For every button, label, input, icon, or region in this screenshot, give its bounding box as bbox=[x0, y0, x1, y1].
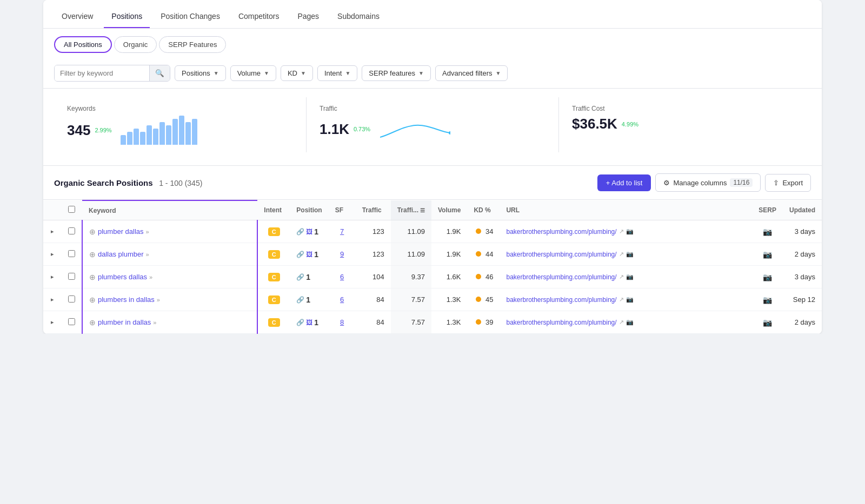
row-checkbox[interactable] bbox=[68, 273, 75, 280]
keyword-link[interactable]: ⊕ plumbers dallas » bbox=[89, 273, 250, 281]
export-button[interactable]: ⇧ Export bbox=[765, 174, 811, 192]
keywords-value: 345 bbox=[67, 122, 90, 139]
camera-icon: 📷 bbox=[626, 319, 634, 326]
nav-positions[interactable]: Positions bbox=[104, 8, 150, 28]
updated-cell: 2 days bbox=[783, 243, 822, 266]
external-link-icon[interactable]: ↗ bbox=[619, 251, 624, 258]
expand-button[interactable]: ▸ bbox=[50, 295, 55, 304]
row-checkbox[interactable] bbox=[68, 318, 75, 325]
nav-pages[interactable]: Pages bbox=[290, 8, 327, 28]
kd-cell: 46 bbox=[467, 266, 500, 288]
keyword-text[interactable]: plumber in dallas bbox=[98, 318, 151, 326]
table-range: 1 - 100 (345) bbox=[159, 179, 202, 187]
sf-number[interactable]: 6 bbox=[340, 273, 344, 281]
nav-position-changes[interactable]: Position Changes bbox=[153, 8, 228, 28]
keyword-link[interactable]: ⊕ dallas plumber » bbox=[89, 250, 250, 259]
export-label: Export bbox=[782, 179, 803, 187]
table-actions: + Add to list ⚙ Manage columns 11/16 ⇧ E… bbox=[597, 173, 811, 192]
tab-all-positions[interactable]: All Positions bbox=[54, 36, 112, 53]
th-volume: Volume bbox=[431, 200, 467, 220]
volume-value: 1.9K bbox=[447, 250, 461, 258]
expand-button[interactable]: ▸ bbox=[50, 272, 55, 281]
sf-number[interactable]: 8 bbox=[340, 318, 344, 326]
traffic-cell: 123 bbox=[356, 220, 391, 243]
intent-filter[interactable]: Intent ▼ bbox=[317, 65, 357, 81]
keyword-text[interactable]: plumbers dallas bbox=[98, 273, 147, 281]
select-all-checkbox[interactable] bbox=[68, 206, 75, 213]
expand-button[interactable]: ▸ bbox=[50, 227, 55, 236]
intent-badge: C bbox=[268, 250, 280, 259]
url-link[interactable]: bakerbrothersplumbing.com/plumbing/ bbox=[506, 251, 616, 258]
keyword-text[interactable]: plumbers in dallas bbox=[98, 295, 155, 304]
keyword-text[interactable]: plumber dallas bbox=[98, 227, 144, 236]
updated-value: 2 days bbox=[795, 318, 815, 326]
serp-camera-icon[interactable]: 📷 bbox=[763, 295, 772, 304]
serp-camera-icon[interactable]: 📷 bbox=[763, 318, 772, 327]
serp-camera-icon[interactable]: 📷 bbox=[763, 250, 772, 259]
serp-camera-icon[interactable]: 📷 bbox=[763, 227, 772, 236]
traffic-cell: 84 bbox=[356, 311, 391, 334]
tab-serp-features[interactable]: SERP Features bbox=[159, 36, 226, 53]
bar-3 bbox=[134, 129, 139, 145]
keyword-link[interactable]: ⊕ plumber in dallas » bbox=[89, 318, 250, 327]
volume-filter[interactable]: Volume ▼ bbox=[230, 65, 276, 81]
kd-value: 45 bbox=[485, 295, 493, 304]
position-icons: 🔗 1 bbox=[296, 273, 322, 281]
url-link[interactable]: bakerbrothersplumbing.com/plumbing/ bbox=[506, 319, 616, 326]
kd-value: 46 bbox=[485, 273, 493, 281]
kd-filter[interactable]: KD ▼ bbox=[281, 65, 313, 81]
manage-columns-button[interactable]: ⚙ Manage columns 11/16 bbox=[655, 173, 761, 192]
kd-value: 34 bbox=[485, 227, 493, 236]
link-icon: 🔗 bbox=[296, 319, 304, 326]
advanced-filters[interactable]: Advanced filters ▼ bbox=[435, 65, 508, 81]
url-link[interactable]: bakerbrothersplumbing.com/plumbing/ bbox=[506, 296, 616, 304]
add-to-list-button[interactable]: + Add to list bbox=[597, 174, 651, 191]
bar-2 bbox=[127, 132, 132, 145]
volume-cell: 1.9K bbox=[431, 243, 467, 266]
external-link-icon[interactable]: ↗ bbox=[619, 273, 624, 280]
intent-cell: C bbox=[257, 243, 290, 266]
url-link[interactable]: bakerbrothersplumbing.com/plumbing/ bbox=[506, 273, 616, 281]
intent-cell: C bbox=[257, 266, 290, 288]
external-link-icon[interactable]: ↗ bbox=[619, 296, 624, 303]
position-cell: 🔗 🖼 1 bbox=[290, 311, 328, 334]
sf-number[interactable]: 7 bbox=[340, 227, 344, 236]
keyword-plus-icon: ⊕ bbox=[89, 318, 96, 327]
sf-number[interactable]: 9 bbox=[340, 250, 344, 258]
chevron-down-icon: ▼ bbox=[345, 70, 350, 76]
tab-organic[interactable]: Organic bbox=[114, 36, 157, 53]
serp-camera-icon[interactable]: 📷 bbox=[763, 273, 772, 281]
traffic-value: 123 bbox=[372, 250, 384, 258]
th-sf: SF bbox=[329, 200, 356, 220]
keyword-cell: ⊕ plumber dallas » bbox=[82, 220, 257, 243]
bar-10 bbox=[179, 116, 184, 145]
keyword-plus-icon: ⊕ bbox=[89, 273, 96, 281]
url-link[interactable]: bakerbrothersplumbing.com/plumbing/ bbox=[506, 228, 616, 236]
keyword-link[interactable]: ⊕ plumber dallas » bbox=[89, 227, 250, 236]
external-link-icon[interactable]: ↗ bbox=[619, 319, 624, 326]
sf-number[interactable]: 6 bbox=[340, 295, 344, 304]
nav-overview[interactable]: Overview bbox=[54, 8, 101, 28]
search-input[interactable] bbox=[55, 65, 149, 81]
expand-button[interactable]: ▸ bbox=[50, 250, 55, 259]
serp-features-filter[interactable]: SERP features ▼ bbox=[362, 65, 431, 81]
positions-filter[interactable]: Positions ▼ bbox=[175, 65, 226, 81]
search-button[interactable]: 🔍 bbox=[149, 65, 170, 81]
row-checkbox[interactable] bbox=[68, 295, 75, 303]
nav-subdomains[interactable]: Subdomains bbox=[330, 8, 387, 28]
row-checkbox[interactable] bbox=[68, 227, 75, 234]
th-traffic2[interactable]: Traffi... ☰ bbox=[391, 200, 431, 220]
traffic-cost-value: $36.5K bbox=[572, 116, 617, 132]
intent-cell: C bbox=[257, 288, 290, 311]
bar-7 bbox=[159, 122, 165, 145]
expand-button[interactable]: ▸ bbox=[50, 318, 55, 327]
keyword-cell: ⊕ plumbers in dallas » bbox=[82, 288, 257, 311]
row-checkbox[interactable] bbox=[68, 250, 75, 257]
keyword-text[interactable]: dallas plumber bbox=[98, 250, 144, 258]
serp-cell: 📷 bbox=[752, 288, 783, 311]
nav-competitors[interactable]: Competitors bbox=[231, 8, 287, 28]
keyword-link[interactable]: ⊕ plumbers in dallas » bbox=[89, 295, 250, 304]
position-number: 1 bbox=[314, 318, 318, 327]
traffic-value: 123 bbox=[372, 227, 384, 236]
external-link-icon[interactable]: ↗ bbox=[619, 228, 624, 235]
